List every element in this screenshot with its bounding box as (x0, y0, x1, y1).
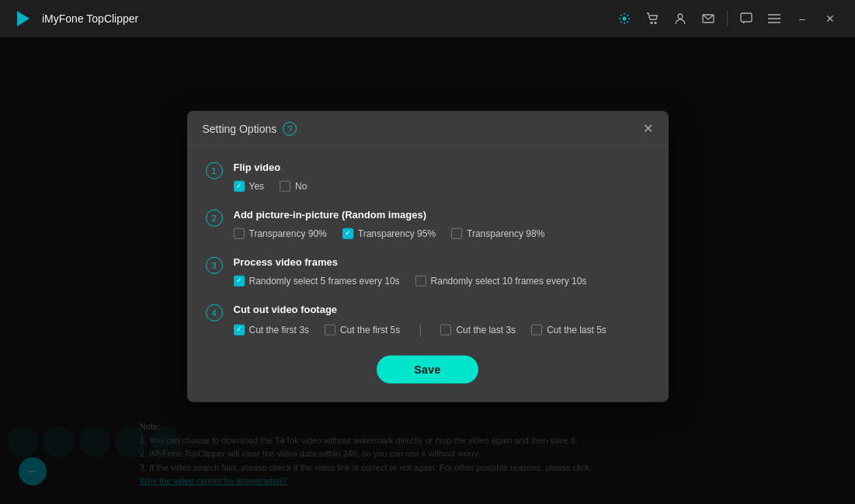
save-button-row: Save (206, 355, 650, 383)
section-cut: 4 Cut out video footage Cut the first 3s… (206, 303, 650, 336)
flip-no-label: No (295, 180, 307, 191)
settings-icon[interactable] (612, 6, 637, 31)
cut-first3-item[interactable]: Cut the first 3s (234, 324, 309, 335)
titlebar-left: iMyFone TopClipper (12, 8, 138, 30)
app-logo-icon (12, 8, 34, 30)
pip-controls: Transparency 90% Transparency 95% Transp… (234, 228, 650, 238)
pipe-separator: | (419, 322, 422, 336)
flip-video-content: Flip video Yes No (234, 161, 650, 191)
trans90-label: Transparency 90% (249, 228, 327, 238)
flip-yes-checkbox[interactable] (234, 180, 245, 191)
cut-last3-label: Cut the last 3s (456, 324, 516, 335)
frames-content: Process video frames Randomly select 5 f… (234, 255, 650, 286)
step-badge-2: 2 (206, 209, 223, 226)
frames10-item[interactable]: Randomly select 10 frames every 10s (415, 275, 587, 286)
main-content: Note: 1. You can choose to download the … (0, 37, 855, 504)
flip-yes-item[interactable]: Yes (234, 180, 265, 191)
cut-first3-label: Cut the first 3s (249, 324, 309, 335)
cut-last5-checkbox[interactable] (531, 324, 542, 335)
flip-no-item[interactable]: No (280, 180, 307, 191)
frames-title: Process video frames (234, 255, 650, 267)
titlebar-sep (727, 11, 728, 26)
cut-title: Cut out video footage (234, 303, 650, 315)
cut-first5-item[interactable]: Cut the first 5s (325, 324, 400, 335)
flip-video-title: Flip video (234, 161, 650, 172)
trans95-item[interactable]: Transparency 95% (342, 228, 436, 238)
cut-last5-label: Cut the last 5s (547, 324, 606, 335)
svg-point-4 (678, 14, 683, 19)
svg-rect-6 (741, 13, 752, 22)
frames-controls: Randomly select 5 frames every 10s Rando… (234, 275, 650, 286)
flip-no-checkbox[interactable] (280, 180, 290, 191)
modal-header: Setting Options ? ✕ (187, 110, 669, 145)
trans95-checkbox[interactable] (342, 228, 353, 238)
frames5-item[interactable]: Randomly select 5 frames every 10s (234, 275, 400, 286)
user-icon[interactable] (668, 6, 693, 31)
chat-icon[interactable] (734, 6, 759, 31)
modal-header-left: Setting Options ? (203, 121, 297, 135)
svg-point-3 (655, 23, 656, 24)
pip-title: Add picture-in-picture (Random images) (234, 208, 650, 220)
settings-modal: Setting Options ? ✕ 1 Flip video Yes (187, 110, 669, 401)
cut-last3-item[interactable]: Cut the last 3s (440, 324, 516, 335)
modal-body: 1 Flip video Yes No (187, 145, 669, 401)
step-badge-1: 1 (206, 162, 223, 179)
titlebar: iMyFone TopClipper (0, 0, 855, 37)
trans98-checkbox[interactable] (451, 228, 462, 238)
section-pip: 2 Add picture-in-picture (Random images)… (206, 208, 650, 238)
trans98-label: Transparency 98% (467, 228, 544, 238)
trans90-checkbox[interactable] (234, 228, 245, 238)
step-badge-3: 3 (206, 256, 223, 273)
section-flip-video: 1 Flip video Yes No (206, 161, 650, 191)
mail-icon[interactable] (696, 6, 721, 31)
help-icon[interactable]: ? (283, 121, 297, 135)
app-title: iMyFone TopClipper (42, 12, 138, 25)
flip-video-controls: Yes No (234, 180, 650, 191)
minimize-button[interactable]: – (790, 6, 815, 31)
trans95-label: Transparency 95% (358, 228, 436, 238)
svg-point-1 (623, 17, 627, 21)
save-button[interactable]: Save (377, 355, 478, 383)
trans98-item[interactable]: Transparency 98% (451, 228, 544, 238)
step-badge-4: 4 (206, 304, 223, 321)
cut-last3-checkbox[interactable] (440, 324, 451, 335)
pip-content: Add picture-in-picture (Random images) T… (234, 208, 650, 238)
cut-first5-label: Cut the first 5s (340, 324, 400, 335)
modal-close-button[interactable]: ✕ (643, 122, 653, 134)
close-button[interactable]: ✕ (818, 6, 843, 31)
cut-first3-checkbox[interactable] (234, 324, 245, 335)
cut-first5-checkbox[interactable] (325, 324, 335, 335)
frames5-checkbox[interactable] (234, 275, 245, 286)
section-frames: 3 Process video frames Randomly select 5… (206, 255, 650, 286)
frames10-label: Randomly select 10 frames every 10s (431, 275, 587, 286)
svg-point-2 (651, 23, 652, 24)
titlebar-right: – ✕ (612, 6, 843, 31)
cut-controls: Cut the first 3s Cut the first 5s | Cut … (234, 322, 650, 336)
modal-title: Setting Options (203, 122, 277, 134)
menu-icon[interactable] (762, 6, 787, 31)
frames5-label: Randomly select 5 frames every 10s (249, 275, 400, 286)
cut-content: Cut out video footage Cut the first 3s C… (234, 303, 650, 336)
trans90-item[interactable]: Transparency 90% (234, 228, 327, 238)
cut-last5-item[interactable]: Cut the last 5s (531, 324, 606, 335)
svg-marker-0 (17, 11, 30, 26)
cart-icon[interactable] (640, 6, 665, 31)
flip-yes-label: Yes (249, 180, 265, 191)
frames10-checkbox[interactable] (415, 275, 426, 286)
